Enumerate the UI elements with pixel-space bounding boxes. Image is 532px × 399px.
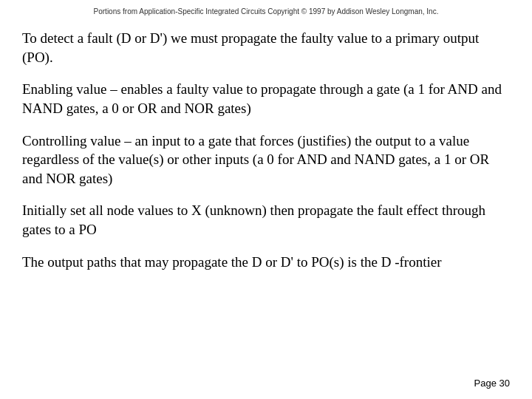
page-number: Page 30 bbox=[474, 378, 510, 389]
page-container: Portions from Application-Specific Integ… bbox=[0, 0, 532, 399]
paragraph-3: Controlling value – an input to a gate t… bbox=[22, 132, 510, 188]
paragraph-1: To detect a fault (D or D') we must prop… bbox=[22, 29, 510, 66]
content-body: To detect a fault (D or D') we must prop… bbox=[22, 29, 510, 271]
copyright-header: Portions from Application-Specific Integ… bbox=[22, 7, 510, 16]
paragraph-4: Initially set all node values to X (unkn… bbox=[22, 201, 510, 239]
paragraph-2: Enabling value – enables a faulty value … bbox=[22, 80, 510, 117]
paragraph-5: The output paths that may propagate the … bbox=[22, 253, 510, 272]
